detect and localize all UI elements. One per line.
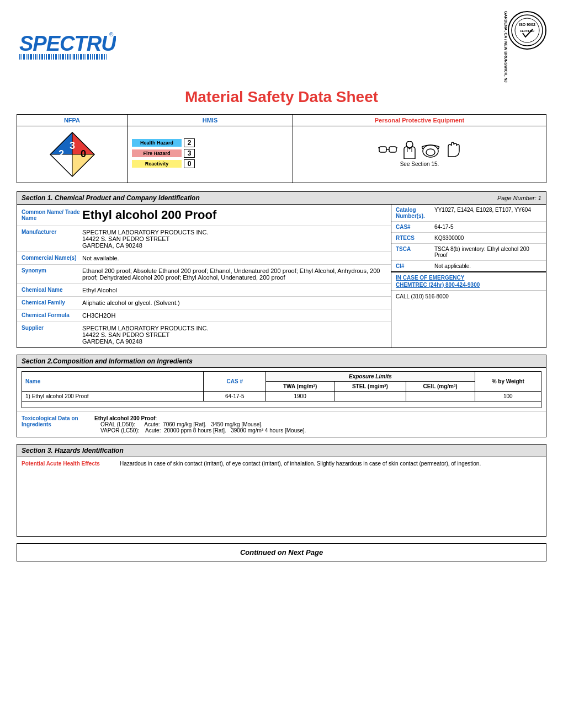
call-row: CALL (310) 516-8000 <box>391 291 546 302</box>
safety-glasses-icon <box>378 142 397 158</box>
hmis-fire-row: Fire Hazard 3 <box>132 149 288 158</box>
tox-content: Ethyl alcohol 200 Proof: ORAL (LD50): Ac… <box>94 415 541 433</box>
ingredient-pct: 100 <box>475 391 541 401</box>
section2-content: Name CAS # Exposure Limits % by Weight T… <box>17 368 546 411</box>
manufacturer-row: Manufacturer SPECTRUM LABORATORY PRODUCT… <box>17 226 391 252</box>
section1-content: Common Name/ Trade Name Ethyl alcohol 20… <box>17 205 546 347</box>
svg-rect-11 <box>38 54 38 60</box>
ci-label: CI# <box>396 263 434 269</box>
chem-name-row: Chemical Name Ethyl Alcohol <box>17 284 391 297</box>
svg-rect-22 <box>62 54 64 60</box>
ci-value: Not applicable. <box>434 263 541 269</box>
chem-formula-value: CH3CH2OH <box>82 312 386 319</box>
col-ceil-header: CEIL (mg/m³) <box>406 381 475 391</box>
svg-rect-35 <box>92 54 93 60</box>
see-section-text: See Section 15. <box>298 161 541 167</box>
acute-health-value: Hazardous in case of skin contact (irrit… <box>120 461 541 467</box>
svg-rect-41 <box>106 54 107 60</box>
svg-rect-30 <box>80 54 82 60</box>
tox-label: Toxicological Data on Ingredients <box>22 415 88 433</box>
respirator-icon <box>422 142 439 158</box>
location-text: GARDENA, CA / NEW BRUNSWICK, NJ <box>504 11 508 83</box>
svg-rect-6 <box>26 54 26 60</box>
synonym-value: Ethanol 200 proof; Absolute Ethanol 200 … <box>82 267 386 281</box>
section3-box: Section 3. Hazards Identification Potent… <box>17 444 546 537</box>
cas-value: 64-17-5 <box>434 224 541 230</box>
svg-rect-56 <box>379 147 386 152</box>
exposure-limits-header: Exposure Limits <box>266 371 475 381</box>
svg-text:ISO 9002: ISO 9002 <box>519 23 535 26</box>
cas-label: CAS# <box>396 224 434 230</box>
svg-rect-39 <box>101 54 103 60</box>
section3-header: Section 3. Hazards Identification <box>17 445 546 457</box>
svg-rect-20 <box>58 54 59 60</box>
manufacturer-value: SPECTRUM LABORATORY PRODUCTS INC. 14422 … <box>82 229 386 249</box>
catalog-value: YY1027, E1424, E1028, ET107, YY604 <box>434 207 541 219</box>
svg-text:®: ® <box>109 31 114 38</box>
svg-rect-7 <box>28 54 29 60</box>
page-title: Material Safety Data Sheet <box>17 88 546 106</box>
svg-rect-57 <box>389 147 396 152</box>
hmis-health-label: Health Hazard <box>132 139 182 147</box>
safety-ratings-table: NFPA HMIS Personal Protective Equipment <box>17 114 546 183</box>
supplier-row: Supplier SPECTRUM LABORATORY PRODUCTS IN… <box>17 322 391 347</box>
svg-text:3: 3 <box>69 140 75 151</box>
logo-area: SPECTRUM ® <box>17 11 116 65</box>
hmis-ratings-cell: Health Hazard 2 Fire Hazard 3 Reactivity… <box>128 126 293 183</box>
svg-rect-24 <box>67 54 68 60</box>
emergency-row: IN CASE OF EMERGENCY CHEMTREC (24hr) 800… <box>391 272 546 291</box>
svg-rect-4 <box>22 54 22 60</box>
ingredient-name: 1) Ethyl alcohol 200 Proof <box>22 391 204 401</box>
tsca-value: TSCA 8(b) inventory: Ethyl alcohol 200 P… <box>434 246 541 258</box>
svg-rect-26 <box>72 54 72 60</box>
svg-rect-15 <box>46 54 47 60</box>
section3-spacer <box>17 470 546 536</box>
empty-row <box>22 401 541 408</box>
chem-family-row: Chemical Family Aliphatic alcohol or gly… <box>17 297 391 309</box>
common-name-label: Common Name/ Trade Name <box>22 209 82 221</box>
spectrum-logo: SPECTRUM ® <box>17 28 116 65</box>
hmis-fire-value: 3 <box>184 149 195 158</box>
col-twa-header: TWA (mg/m³) <box>266 381 334 391</box>
page-header: SPECTRUM ® <box>17 11 546 83</box>
tox-vapor: VAPOR (LC50): Acute: 20000 ppm 8 hours [… <box>94 427 306 433</box>
hmis-health-row: Health Hazard 2 <box>132 138 288 147</box>
call-label: CALL (310) 516-8000 <box>396 293 449 299</box>
tsca-row: TSCA TSCA 8(b) inventory: Ethyl alcohol … <box>391 244 546 261</box>
chem-name-value: Ethyl Alcohol <box>82 287 386 293</box>
supplier-label: Supplier <box>22 325 82 345</box>
rtecs-row: RTECS KQ6300000 <box>391 233 546 244</box>
ingredient-stel <box>334 391 406 401</box>
section1-box: Section 1. Chemical Product and Company … <box>17 191 546 348</box>
commercial-value: Not available. <box>82 255 386 261</box>
section3-content: Potential Acute Health Effects Hazardous… <box>17 457 546 470</box>
ppe-header: Personal Protective Equipment <box>293 114 546 126</box>
tox-product-name: Ethyl alcohol 200 Proof <box>94 415 156 421</box>
product-name-row: Common Name/ Trade Name Ethyl alcohol 20… <box>17 205 391 226</box>
hmis-reactivity-value: 0 <box>184 159 195 168</box>
rtecs-label: RTECS <box>396 235 434 241</box>
nfpa-diamond-cell: 3 2 0 <box>17 126 128 183</box>
ingredient-twa: 1900 <box>266 391 334 401</box>
svg-rect-19 <box>55 54 57 60</box>
section1-title: Section 1. Chemical Product and Company … <box>22 194 200 202</box>
section1-header: Section 1. Chemical Product and Company … <box>17 192 546 205</box>
col-stel-header: STEL (mg/m³) <box>334 381 406 391</box>
table-row: 1) Ethyl alcohol 200 Proof 64-17-5 1900 … <box>22 391 541 401</box>
svg-rect-27 <box>73 54 75 60</box>
svg-rect-21 <box>60 54 61 60</box>
tsca-label: TSCA <box>396 246 434 258</box>
svg-rect-18 <box>53 54 54 60</box>
svg-rect-28 <box>76 54 77 60</box>
acute-health-label: Potential Acute Health Effects <box>22 461 115 467</box>
tox-data-row: Toxicological Data on Ingredients Ethyl … <box>17 411 546 437</box>
rtecs-value: KQ6300000 <box>434 235 541 241</box>
svg-rect-3 <box>19 54 20 60</box>
section1-right: Catalog Number(s). YY1027, E1424, E1028,… <box>391 205 546 347</box>
nfpa-diamond-svg: 3 2 0 <box>47 130 97 179</box>
tox-oral: ORAL (LD50): Acute: 7060 mg/kg [Rat]. 34… <box>94 421 263 427</box>
chem-family-value: Aliphatic alcohol or glycol. (Solvent.) <box>82 299 386 306</box>
svg-rect-23 <box>65 54 66 60</box>
svg-text:0: 0 <box>80 148 86 159</box>
section2-header: Section 2.Composition and Information on… <box>17 355 546 368</box>
